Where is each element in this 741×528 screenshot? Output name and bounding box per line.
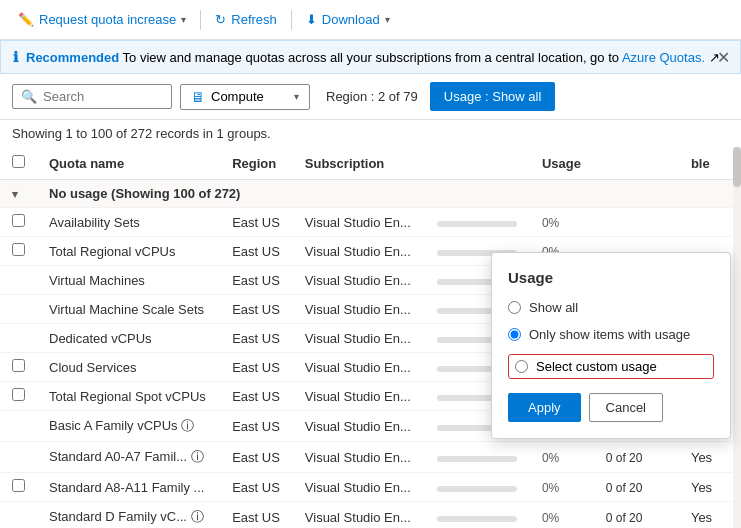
search-box[interactable]: 🔍 [12, 84, 172, 109]
search-input[interactable] [43, 89, 163, 104]
subscription-cell: Visual Studio En... [293, 208, 425, 237]
region-cell: East US [220, 295, 293, 324]
compute-icon: 🖥 [191, 89, 205, 105]
row-checkbox-cell [0, 382, 37, 411]
region-cell: East US [220, 353, 293, 382]
region-cell: East US [220, 266, 293, 295]
row-checkbox-cell [0, 411, 37, 442]
custom-usage-radio[interactable] [515, 360, 528, 373]
subscription-cell: Visual Studio En... [293, 473, 425, 502]
records-count: Showing 1 to 100 of 272 records in 1 gro… [0, 120, 741, 147]
radio-show-with-usage[interactable]: Only show items with usage [508, 327, 714, 342]
row-checkbox[interactable] [12, 243, 25, 256]
region-cell: East US [220, 502, 293, 529]
filter-bar: 🔍 🖥 Compute ▾ Region : 2 of 79 Usage : S… [0, 74, 741, 120]
compute-chevron-icon: ▾ [294, 91, 299, 102]
quota-name-cell: Virtual Machine Scale Sets [37, 295, 220, 324]
records-text: Showing 1 to 100 of 272 records in 1 gro… [12, 126, 271, 141]
table-container: Quota name Region Subscription Usage ble… [0, 147, 741, 528]
count-cell [594, 208, 679, 237]
cancel-btn[interactable]: Cancel [589, 393, 663, 422]
col-quota-name: Quota name [37, 147, 220, 180]
row-checkbox-cell [0, 353, 37, 382]
dropdown-actions: Apply Cancel [508, 393, 714, 422]
row-checkbox-cell [0, 208, 37, 237]
usage-filter-btn[interactable]: Usage : Show all [430, 82, 556, 111]
select-all-checkbox[interactable] [12, 155, 25, 168]
row-checkbox-cell [0, 237, 37, 266]
ble-cell: Yes [679, 473, 741, 502]
row-checkbox[interactable] [12, 479, 25, 492]
download-chevron-icon: ▾ [385, 14, 390, 25]
usage-dropdown: Usage Show all Only show items with usag… [491, 252, 731, 439]
row-checkbox[interactable] [12, 359, 25, 372]
download-icon: ⬇ [306, 12, 317, 27]
row-checkbox[interactable] [12, 388, 25, 401]
toolbar: ✏️ Request quota increase ▾ ↻ Refresh ⬇ … [0, 0, 741, 40]
refresh-btn[interactable]: ↻ Refresh [209, 8, 283, 31]
search-icon: 🔍 [21, 89, 37, 104]
quota-name-cell: Total Regional vCPUs [37, 237, 220, 266]
bar-cell [425, 502, 530, 529]
quota-name-cell: Standard A8-A11 Family ... [37, 473, 220, 502]
region-badge: Region : 2 of 79 [326, 89, 418, 104]
download-btn[interactable]: ⬇ Download ▾ [300, 8, 396, 31]
bar-cell [425, 473, 530, 502]
scroll-thumb[interactable] [733, 147, 741, 187]
apply-btn[interactable]: Apply [508, 393, 581, 422]
show-all-label: Show all [529, 300, 578, 315]
subscription-cell: Visual Studio En... [293, 324, 425, 353]
separator1 [200, 10, 201, 30]
info-icon: ℹ [13, 49, 18, 65]
separator2 [291, 10, 292, 30]
ble-cell: Yes [679, 502, 741, 529]
col-checkbox [0, 147, 37, 180]
subscription-cell: Visual Studio En... [293, 353, 425, 382]
subscription-cell: Visual Studio En... [293, 266, 425, 295]
row-checkbox-cell [0, 266, 37, 295]
pct-cell: 0% [530, 208, 594, 237]
custom-usage-option[interactable]: Select custom usage [508, 354, 714, 379]
col-usage-count [594, 147, 679, 180]
pct-cell: 0% [530, 442, 594, 473]
pct-cell: 0% [530, 502, 594, 529]
subscription-cell: Visual Studio En... [293, 237, 425, 266]
bar-cell [425, 442, 530, 473]
refresh-icon: ↻ [215, 12, 226, 27]
azure-quotas-link[interactable]: Azure Quotas. [622, 50, 705, 65]
request-quota-label: Request quota increase [39, 12, 176, 27]
col-subscription: Subscription [293, 147, 425, 180]
table-row: Standard D Family vC... ⓘ East US Visual… [0, 502, 741, 529]
col-usage-pct: Usage [530, 147, 594, 180]
pct-cell: 0% [530, 473, 594, 502]
col-ble: ble [679, 147, 741, 180]
request-chevron-icon: ▾ [181, 14, 186, 25]
request-quota-btn[interactable]: ✏️ Request quota increase ▾ [12, 8, 192, 31]
table-row: Standard A0-A7 Famil... ⓘ East US Visual… [0, 442, 741, 473]
show-usage-radio[interactable] [508, 328, 521, 341]
quota-name-cell: Virtual Machines [37, 266, 220, 295]
subscription-cell: Visual Studio En... [293, 382, 425, 411]
quota-name-cell: Dedicated vCPUs [37, 324, 220, 353]
col-usage-bar [425, 147, 530, 180]
info-banner: ℹ Recommended To view and manage quotas … [0, 40, 741, 74]
radio-show-all[interactable]: Show all [508, 300, 714, 315]
region-cell: East US [220, 324, 293, 353]
dropdown-title: Usage [508, 269, 714, 286]
row-checkbox-cell [0, 473, 37, 502]
region-cell: East US [220, 237, 293, 266]
count-cell: 0 of 20 [594, 502, 679, 529]
banner-text: Recommended To view and manage quotas ac… [26, 50, 720, 65]
compute-dropdown[interactable]: 🖥 Compute ▾ [180, 84, 310, 110]
group-header-row: ▾ No usage (Showing 100 of 272) [0, 180, 741, 208]
download-label: Download [322, 12, 380, 27]
show-all-radio[interactable] [508, 301, 521, 314]
quota-name-cell: Standard D Family vC... ⓘ [37, 502, 220, 529]
row-checkbox-cell [0, 324, 37, 353]
region-cell: East US [220, 208, 293, 237]
bar-cell [425, 208, 530, 237]
row-checkbox[interactable] [12, 214, 25, 227]
quota-name-cell: Basic A Family vCPUs ⓘ [37, 411, 220, 442]
banner-close-btn[interactable]: ✕ [717, 48, 730, 67]
refresh-label: Refresh [231, 12, 277, 27]
